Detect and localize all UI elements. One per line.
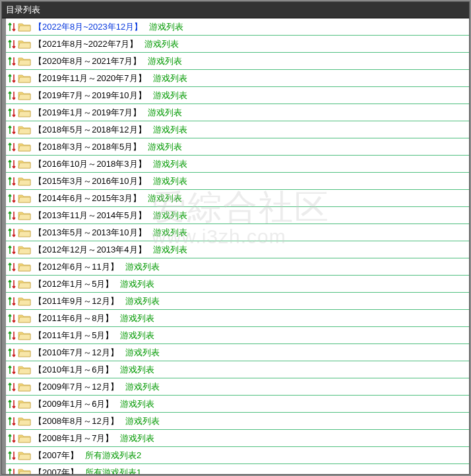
folder-row[interactable]: 【2012年6月～11月】游戏列表 [6, 258, 469, 276]
game-list-link[interactable]: 所有游戏列表1 [85, 467, 141, 475]
folder-row[interactable]: 【2019年7月～2019年10月】游戏列表 [6, 87, 469, 104]
folder-icon [18, 433, 31, 444]
folder-icon [18, 159, 31, 169]
sort-arrows-icon [7, 38, 16, 50]
folder-row[interactable]: 【2009年1月～6月】游戏列表 [6, 396, 469, 413]
header-bar: 目录列表 [2, 2, 469, 18]
date-range-label: 【2012年6月～11月】 [34, 261, 119, 273]
date-range-label: 【2009年7月～12月】 [34, 381, 119, 393]
folder-row[interactable]: 【2011年6月～8月】游戏列表 [6, 310, 469, 327]
folder-icon [18, 176, 31, 187]
folder-row[interactable]: 【2011年1月～5月】游戏列表 [6, 327, 469, 344]
game-list-link[interactable]: 游戏列表 [125, 347, 160, 359]
game-list-link[interactable]: 游戏列表 [120, 432, 154, 444]
folder-icon [18, 142, 31, 152]
sort-arrows-icon [7, 175, 16, 187]
folder-icon [18, 90, 31, 101]
game-list-link[interactable]: 游戏列表 [153, 210, 187, 222]
folder-row[interactable]: 【2008年8月～12月】游戏列表 [6, 413, 469, 430]
folder-icon [18, 210, 31, 221]
date-range-label: 【2011年6月～8月】 [34, 312, 113, 324]
game-list-link[interactable]: 游戏列表 [125, 261, 160, 273]
folder-icon [18, 193, 31, 204]
date-range-label: 【2007年】 [34, 467, 78, 475]
folder-row[interactable]: 【2008年1月～7月】游戏列表 [6, 430, 469, 447]
date-range-label: 【2011年1月～5月】 [34, 330, 113, 342]
game-list-link[interactable]: 所有游戏列表2 [85, 450, 141, 461]
folder-row[interactable]: 【2021年8月~2022年7月】游戏列表 [6, 36, 469, 53]
game-list-link[interactable]: 游戏列表 [153, 73, 187, 84]
game-list-link[interactable]: 游戏列表 [125, 295, 160, 307]
sort-arrows-icon [7, 210, 16, 222]
folder-icon [18, 347, 31, 358]
sort-arrows-icon [7, 21, 16, 33]
sort-arrows-icon [7, 295, 16, 307]
sort-arrows-icon [7, 398, 16, 410]
folder-row[interactable]: 【2022年8月~2023年12月】游戏列表 [6, 18, 469, 36]
folder-row[interactable]: 【2019年1月～2019年7月】游戏列表 [6, 104, 469, 121]
folder-row[interactable]: 【2010年1月～6月】游戏列表 [6, 361, 469, 378]
game-list-link[interactable]: 游戏列表 [120, 398, 154, 410]
date-range-label: 【2021年8月~2022年7月】 [34, 38, 138, 50]
date-range-label: 【2019年7月～2019年10月】 [34, 90, 146, 102]
sort-arrows-icon [7, 347, 16, 359]
folder-icon [18, 73, 31, 84]
folder-row[interactable]: 【2013年5月～2013年10月】游戏列表 [6, 224, 469, 241]
folder-icon [18, 399, 31, 409]
game-list-link[interactable]: 游戏列表 [148, 55, 182, 67]
folder-row[interactable]: 【2007年】所有游戏列表2 [6, 447, 469, 464]
folder-row[interactable]: 【2010年7月～12月】游戏列表 [6, 344, 469, 361]
game-list-link[interactable]: 游戏列表 [153, 175, 187, 187]
game-list-link[interactable]: 游戏列表 [120, 312, 154, 324]
folder-row[interactable]: 【2013年11月～2014年5月】游戏列表 [6, 207, 469, 224]
date-range-label: 【2010年1月～6月】 [34, 364, 113, 376]
folder-row[interactable]: 【2020年8月～2021年7月】游戏列表 [6, 53, 469, 70]
game-list-link[interactable]: 游戏列表 [153, 124, 187, 136]
folder-row[interactable]: 【2019年11月～2020年7月】游戏列表 [6, 70, 469, 87]
game-list-link[interactable]: 游戏列表 [125, 415, 160, 427]
date-range-label: 【2020年8月～2021年7月】 [34, 55, 141, 67]
folder-row[interactable]: 【2016年10月～2018年3月】游戏列表 [6, 156, 469, 173]
folder-list[interactable]: 【2022年8月~2023年12月】游戏列表 【2021年8月~2022年7月】… [2, 18, 469, 474]
sort-arrows-icon [7, 450, 16, 461]
folder-icon [18, 245, 31, 255]
header-title: 目录列表 [6, 5, 40, 15]
date-range-label: 【2015年3月～2016年10月】 [34, 175, 146, 187]
game-list-link[interactable]: 游戏列表 [153, 90, 187, 102]
game-list-link[interactable]: 游戏列表 [148, 193, 182, 204]
folder-row[interactable]: 【2014年6月～2015年3月】游戏列表 [6, 190, 469, 207]
sort-arrows-icon [7, 312, 16, 324]
folder-row[interactable]: 【2012年12月～2013年4月】游戏列表 [6, 241, 469, 258]
date-range-label: 【2012年12月～2013年4月】 [34, 244, 146, 256]
game-list-link[interactable]: 游戏列表 [120, 278, 154, 290]
game-list-link[interactable]: 游戏列表 [153, 158, 187, 170]
sort-arrows-icon [7, 73, 16, 84]
folder-icon [18, 125, 31, 135]
game-list-link[interactable]: 游戏列表 [125, 381, 160, 393]
sort-arrows-icon [7, 158, 16, 170]
folder-row[interactable]: 【2015年3月～2016年10月】游戏列表 [6, 173, 469, 190]
game-list-link[interactable]: 游戏列表 [149, 21, 183, 33]
folder-row[interactable]: 【2011年9月～12月】游戏列表 [6, 293, 469, 310]
game-list-link[interactable]: 游戏列表 [144, 38, 179, 50]
folder-row[interactable]: 【2007年】所有游戏列表1 [6, 464, 469, 474]
folder-row[interactable]: 【2009年7月～12月】游戏列表 [6, 378, 469, 396]
sort-arrows-icon [7, 381, 16, 393]
game-list-link[interactable]: 游戏列表 [120, 364, 154, 376]
sort-arrows-icon [7, 90, 16, 102]
game-list-link[interactable]: 游戏列表 [120, 330, 154, 342]
game-list-link[interactable]: 游戏列表 [153, 227, 187, 239]
folder-row[interactable]: 【2018年5月～2018年12月】游戏列表 [6, 121, 469, 138]
folder-icon [18, 296, 31, 307]
folder-icon [18, 107, 31, 118]
folder-icon [18, 416, 31, 427]
sort-arrows-icon [7, 415, 16, 427]
folder-icon [18, 313, 31, 324]
folder-row[interactable]: 【2012年1月～5月】游戏列表 [6, 276, 469, 293]
date-range-label: 【2008年8月～12月】 [34, 415, 119, 427]
game-list-link[interactable]: 游戏列表 [148, 107, 182, 119]
date-range-label: 【2009年1月～6月】 [34, 398, 113, 410]
game-list-link[interactable]: 游戏列表 [148, 141, 182, 153]
game-list-link[interactable]: 游戏列表 [153, 244, 187, 256]
folder-row[interactable]: 【2018年3月～2018年5月】游戏列表 [6, 138, 469, 156]
